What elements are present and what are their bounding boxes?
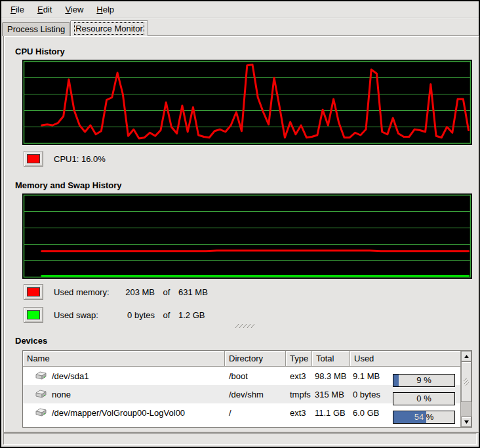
memory-color-button[interactable] [24, 284, 43, 300]
tab-resource-monitor-label: Resource Monitor [75, 24, 143, 33]
device-type: ext3 [286, 371, 312, 381]
memory-used-value: 203 MB [119, 287, 155, 297]
menu-view[interactable]: View [58, 2, 90, 17]
arrow-up-icon [464, 355, 469, 358]
device-directory: / [225, 408, 286, 418]
tab-process-listing-label: Process Listing [7, 24, 65, 34]
notebook-tabs: Process Listing Resource Monitor [2, 20, 148, 36]
device-type: tmpfs [286, 390, 312, 399]
device-name: /dev/sda1 [52, 371, 89, 381]
cpu-history-chart [22, 60, 472, 145]
thumb-grip-icon [463, 378, 470, 386]
device-used: 0 bytes [353, 390, 380, 399]
menu-file[interactable]: File [4, 2, 31, 17]
memory-color-swatch [27, 287, 40, 296]
scroll-up-button[interactable] [461, 351, 471, 361]
column-header-type[interactable]: Type [286, 351, 312, 367]
cpu-color-swatch [27, 154, 40, 163]
usage-percent-label: 0 % [393, 394, 454, 403]
swap-legend-label: Used swap: [54, 310, 119, 320]
grip-hatch-icon [235, 323, 254, 329]
swap-total-value: 1.2 GB [178, 310, 205, 320]
cpu-history-title: CPU History [15, 47, 65, 56]
device-name: /dev/mapper/VolGroup00-LogVol00 [52, 408, 185, 418]
memory-legend: Used memory: 203 MB of 631 MB [24, 284, 208, 300]
cpu-color-button[interactable] [24, 151, 43, 167]
memory-history-title: Memory and Swap History [15, 180, 122, 190]
device-name: none [52, 390, 71, 399]
device-directory: /boot [225, 371, 286, 381]
harddisk-icon [35, 390, 47, 399]
tab-process-listing[interactable]: Process Listing [2, 22, 70, 36]
swap-legend: Used swap: 0 bytes of 1.2 GB [24, 307, 205, 323]
device-used: 9.1 MB [353, 371, 380, 381]
swap-of-label: of [155, 310, 178, 320]
menu-help[interactable]: Help [90, 2, 121, 17]
table-row[interactable]: /dev/mapper/VolGroup00-LogVol00 / ext3 1… [23, 403, 460, 422]
memory-history-plot [22, 193, 472, 279]
cpu-history-plot [22, 60, 472, 145]
device-total: 315 MB [312, 390, 350, 399]
table-row[interactable]: none /dev/shm tmpfs 315 MB 0 bytes 0 % 0… [23, 385, 460, 403]
harddisk-icon [35, 371, 47, 380]
devices-table: Name Directory Type Total Used /dev/sda1… [22, 350, 472, 428]
scroll-down-button[interactable] [461, 417, 471, 427]
tab-resource-monitor[interactable]: Resource Monitor [70, 20, 148, 36]
usage-progressbar: 0 % 0 % [393, 392, 455, 405]
app-window: File Edit View Help Process Listing Reso… [0, 0, 480, 448]
swap-used-value: 0 bytes [119, 310, 155, 320]
device-directory: /dev/shm [225, 390, 286, 399]
arrow-down-icon [464, 420, 469, 424]
menu-bar: File Edit View Help [1, 1, 479, 18]
device-type: ext3 [286, 408, 312, 418]
usage-progressbar: 9 % 9 % [393, 374, 455, 387]
devices-table-header: Name Directory Type Total Used [23, 351, 460, 367]
memory-total-value: 631 MB [178, 287, 208, 297]
column-header-directory[interactable]: Directory [225, 351, 286, 367]
device-used: 6.0 GB [353, 408, 379, 418]
cpu-legend: CPU1: 16.0% [24, 151, 106, 167]
vertical-scrollbar[interactable] [460, 351, 471, 427]
memory-history-chart [22, 193, 472, 279]
pane-resize-grip[interactable] [233, 323, 256, 329]
device-total: 11.1 GB [312, 408, 350, 418]
memory-of-label: of [155, 287, 178, 297]
column-header-total[interactable]: Total [312, 351, 350, 367]
menu-edit[interactable]: Edit [31, 2, 58, 17]
resource-monitor-panel: CPU History CPU1: 16.0% Memory and Swap … [3, 35, 479, 433]
table-row[interactable]: /dev/sda1 /boot ext3 98.3 MB 9.1 MB 9 % … [23, 367, 460, 385]
status-bar [3, 433, 477, 445]
scrollbar-thumb[interactable] [461, 361, 471, 402]
memory-legend-label: Used memory: [54, 287, 119, 297]
usage-percent-label: 9 % [393, 375, 454, 385]
swap-color-button[interactable] [24, 307, 43, 323]
usage-progressbar: 54 % 54 % [393, 411, 455, 424]
column-header-name[interactable]: Name [23, 351, 225, 367]
cpu-legend-label: CPU1: 16.0% [54, 154, 106, 164]
harddisk-icon [35, 408, 47, 417]
device-total: 98.3 MB [312, 371, 350, 381]
devices-title: Devices [15, 336, 47, 346]
column-header-used[interactable]: Used [350, 351, 460, 367]
swap-color-swatch [27, 310, 40, 319]
